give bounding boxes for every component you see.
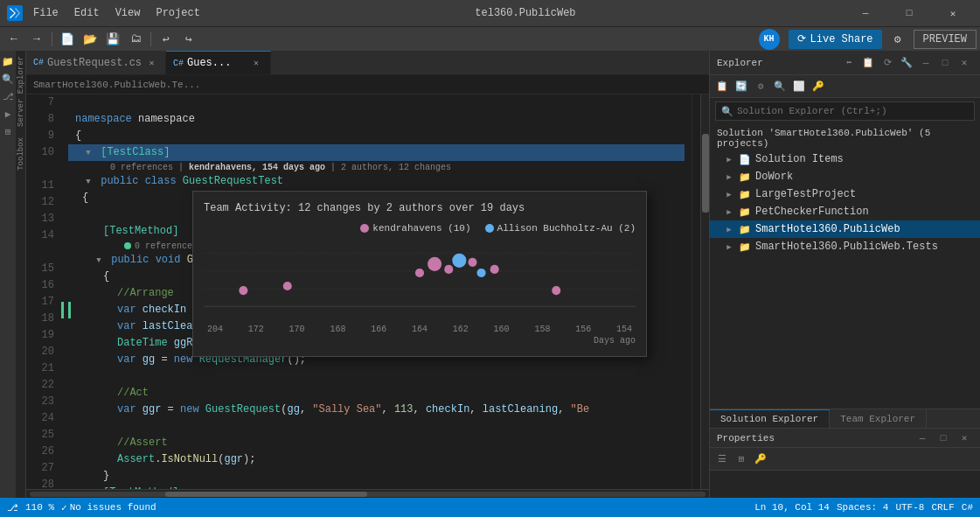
save-button[interactable]: 💾: [102, 29, 123, 50]
se-toolbar-icon-6[interactable]: 🔑: [810, 78, 827, 95]
user-avatar[interactable]: KH: [759, 29, 780, 50]
editor-horizontal-scrollbar[interactable]: [26, 489, 709, 498]
properties-header: Properties — □ ✕: [710, 429, 980, 448]
menu-file[interactable]: File: [28, 7, 64, 19]
maximize-button[interactable]: □: [889, 0, 929, 26]
properties-title: Properties: [717, 433, 910, 444]
line-numbers: 7 8 9 10 11 12 13 14 15 16 17 18 19 20 2…: [26, 94, 61, 489]
git-icon[interactable]: ⎇: [1, 89, 15, 103]
expand-icon-largetest[interactable]: ▶: [724, 189, 734, 199]
tree-label-largetest: LargeTestProject: [755, 188, 856, 200]
properties-panel: Properties — □ ✕ ☰ ⊞ 🔑: [710, 428, 980, 498]
code-line-23: //Act: [68, 385, 685, 402]
explorer-icon-4[interactable]: 🔧: [898, 54, 915, 72]
status-git[interactable]: ⎇: [7, 502, 18, 514]
explorer-icon-2[interactable]: 📋: [859, 54, 877, 72]
tree-item-solution-items[interactable]: ▶ 📄 Solution Items: [710, 150, 980, 168]
close-button[interactable]: ✕: [933, 0, 973, 26]
vertical-scrollbar-thumb[interactable]: [702, 134, 709, 213]
explorer-icon[interactable]: 📁: [1, 54, 15, 68]
code-line-25: [68, 418, 685, 435]
status-check-icon: ✓: [61, 502, 67, 514]
expand-icon-smarthotel[interactable]: ▶: [724, 224, 734, 234]
se-bottom-tabs: Solution Explorer Team Explorer: [710, 409, 980, 428]
status-zoom[interactable]: 110 %: [25, 502, 54, 513]
props-icon-categorize[interactable]: ⊞: [733, 451, 750, 468]
solution-explorer-tree: Solution 'SmartHotel360.PublicWeb' (5 pr…: [710, 124, 980, 409]
explorer-icon-5[interactable]: —: [917, 54, 935, 72]
back-button[interactable]: ←: [3, 29, 24, 50]
menu-view[interactable]: View: [110, 7, 146, 19]
tab-guesttest[interactable]: C# Gues... ✕: [166, 51, 271, 74]
debug-icon[interactable]: ▶: [1, 107, 15, 121]
expand-icon-petchecker[interactable]: ▶: [724, 206, 734, 217]
status-spaces[interactable]: Spaces: 4: [837, 502, 888, 513]
tree-item-petchecker[interactable]: ▶ 📁 PetCheckerFunction: [710, 203, 980, 220]
editor-tabs: C# GuestRequest.cs ✕ C# Gues... ✕: [26, 51, 709, 75]
solution-explorer-search[interactable]: 🔍: [715, 101, 975, 121]
expand-icon-solution-items[interactable]: ▶: [724, 154, 734, 164]
live-share-button[interactable]: ⟳ Live Share: [789, 30, 882, 49]
properties-icon-1[interactable]: —: [914, 430, 931, 447]
properties-icon-2[interactable]: □: [935, 430, 952, 447]
props-icon-key[interactable]: 🔑: [752, 451, 769, 468]
tree-item-smarthotel[interactable]: ▶ 📁 SmartHotel360.PublicWeb: [710, 220, 980, 238]
tree-item-smarthotel-tests[interactable]: ▶ 📁 SmartHotel360.PublicWeb.Tests: [710, 238, 980, 255]
explorer-icon-1[interactable]: ⬅: [840, 54, 858, 72]
toolbox-label[interactable]: Toolbox: [16, 132, 25, 176]
folder-icon-largetest: 📁: [738, 187, 752, 201]
scrollbar-thumb[interactable]: [165, 492, 368, 497]
se-toolbar-icon-3[interactable]: ⚙: [752, 78, 769, 95]
settings-button[interactable]: ⚙: [887, 29, 908, 50]
legend-dot-kendra: [360, 224, 369, 233]
explorer-icon-3[interactable]: ⟳: [879, 54, 896, 72]
code-line-28: }: [68, 468, 685, 485]
extensions-icon[interactable]: ⊞: [1, 124, 15, 138]
save-all-button[interactable]: 🗂: [125, 29, 146, 50]
forward-button[interactable]: →: [26, 29, 47, 50]
status-encoding[interactable]: UTF-8: [895, 502, 924, 513]
fold-icon-10[interactable]: ▼: [82, 148, 94, 160]
open-button[interactable]: 📂: [80, 29, 101, 50]
server-explorer-label[interactable]: Server Explorer: [16, 51, 25, 132]
se-toolbar-icon-2[interactable]: 🔄: [733, 78, 750, 95]
tab-guestrequest[interactable]: C# GuestRequest.cs ✕: [26, 51, 166, 74]
fold-icon-11[interactable]: ▼: [82, 177, 94, 189]
explorer-icon-7[interactable]: ✕: [956, 54, 973, 72]
minimize-button[interactable]: —: [845, 0, 886, 26]
status-language[interactable]: C#: [962, 502, 973, 513]
status-issues[interactable]: ✓ No issues found: [61, 502, 156, 514]
new-file-button[interactable]: 📄: [57, 29, 78, 50]
status-line-col[interactable]: Ln 10, Col 14: [754, 502, 830, 513]
menu-project[interactable]: Project: [150, 7, 205, 19]
tab-close-guestrequest[interactable]: ✕: [145, 56, 158, 70]
toolbar-separator-2: [150, 32, 151, 46]
se-toolbar-icon-1[interactable]: 📋: [713, 78, 731, 95]
redo-button[interactable]: ↪: [178, 29, 199, 50]
breadcrumb-project[interactable]: SmartHotel360.PublicWeb.Te...: [33, 80, 200, 90]
explorer-icon-6[interactable]: □: [936, 54, 954, 72]
folder-icon-petchecker: 📁: [738, 205, 752, 219]
vertical-scrollbar[interactable]: [700, 94, 709, 489]
tree-item-largetest[interactable]: ▶ 📁 LargeTestProject: [710, 185, 980, 203]
search-input[interactable]: [737, 106, 969, 116]
git-icon: ⎇: [7, 502, 18, 514]
tab-team-explorer[interactable]: Team Explorer: [830, 409, 927, 428]
expand-icon-dowork[interactable]: ▶: [724, 171, 734, 182]
props-icon-sort[interactable]: ☰: [713, 451, 731, 468]
expand-icon-smarthotel-tests[interactable]: ▶: [724, 241, 734, 252]
menu-edit[interactable]: Edit: [69, 7, 105, 19]
tree-item-dowork[interactable]: ▶ 📁 DoWork: [710, 168, 980, 185]
se-toolbar-icon-4[interactable]: 🔍: [771, 78, 789, 95]
undo-button[interactable]: ↩: [156, 29, 177, 50]
properties-icon-3[interactable]: ✕: [956, 430, 973, 447]
se-toolbar-icon-5[interactable]: ⬜: [790, 78, 808, 95]
status-eol[interactable]: CRLF: [931, 502, 954, 513]
main-toolbar: ← → 📄 📂 💾 🗂 ↩ ↪ KH ⟳ Live Share ⚙ PREVIE…: [0, 26, 980, 51]
fold-icon-15[interactable]: ▼: [93, 255, 105, 268]
tab-solution-explorer[interactable]: Solution Explorer: [710, 409, 830, 428]
preview-button[interactable]: PREVIEW: [914, 30, 977, 49]
tab-close-guesttest[interactable]: ✕: [249, 56, 263, 70]
toolbar-right: KH ⟳ Live Share ⚙ PREVIEW: [759, 29, 977, 50]
search-activity-icon[interactable]: 🔍: [1, 72, 15, 86]
